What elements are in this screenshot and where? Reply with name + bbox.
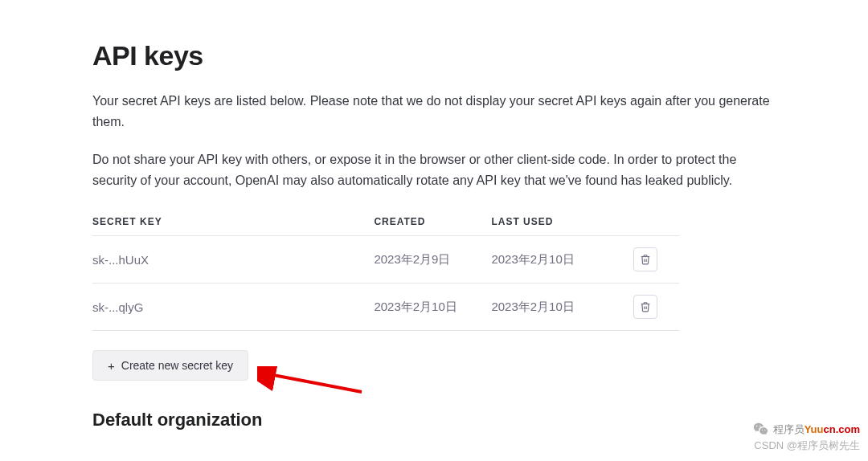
cell-created: 2023年2月9日	[374, 236, 491, 284]
watermark-line1-accent: Yuu	[805, 423, 824, 435]
plus-icon: +	[108, 360, 115, 372]
api-keys-table: SECRET KEY CREATED LAST USED sk-...hUuX …	[92, 208, 679, 331]
column-header-actions	[620, 208, 679, 236]
watermark-csdn: CSDN @程序员树先生	[752, 439, 860, 453]
watermark-line1-suffix: cn.com	[823, 423, 860, 435]
delete-key-button[interactable]	[633, 247, 657, 271]
cell-secret-key: sk-...qlyG	[92, 284, 374, 331]
column-header-secret-key: SECRET KEY	[92, 208, 374, 236]
table-row: sk-...qlyG 2023年2月10日 2023年2月10日	[92, 284, 679, 331]
create-secret-key-button[interactable]: + Create new secret key	[92, 350, 248, 381]
default-organization-heading: Default organization	[92, 410, 776, 430]
delete-key-button[interactable]	[633, 295, 657, 319]
watermark: 程序员Yuucn.com CSDN @程序员树先生	[752, 421, 860, 453]
trash-icon	[640, 254, 651, 265]
cell-created: 2023年2月10日	[374, 284, 491, 331]
create-button-label: Create new secret key	[121, 359, 233, 372]
cell-last-used: 2023年2月10日	[491, 236, 620, 284]
cell-last-used: 2023年2月10日	[491, 284, 620, 331]
trash-icon	[640, 301, 651, 312]
watermark-line1-prefix: 程序员	[773, 423, 805, 435]
cell-secret-key: sk-...hUuX	[92, 236, 374, 284]
description-warning: Do not share your API key with others, o…	[92, 149, 776, 190]
page-title: API keys	[92, 40, 776, 71]
wechat-icon	[752, 421, 770, 439]
table-row: sk-...hUuX 2023年2月9日 2023年2月10日	[92, 236, 679, 284]
column-header-created: CREATED	[374, 208, 491, 236]
description-primary: Your secret API keys are listed below. P…	[92, 91, 776, 132]
column-header-last-used: LAST USED	[491, 208, 620, 236]
